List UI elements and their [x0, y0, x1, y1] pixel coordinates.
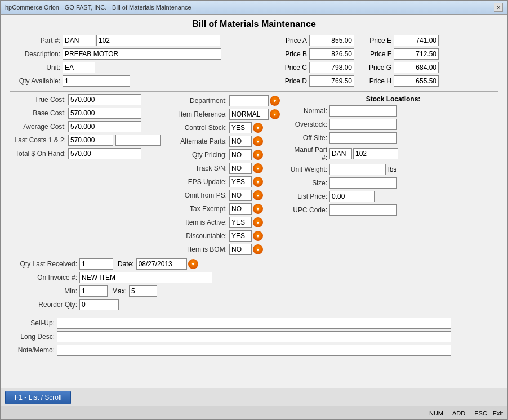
track-sn-dropdown[interactable]	[253, 163, 263, 173]
list-price-input[interactable]	[329, 191, 375, 202]
bottom-bar: F1 - List / Scroll	[1, 388, 507, 406]
alternate-parts-row: Alternate Parts:	[165, 136, 283, 147]
status-num: NUM	[429, 410, 443, 417]
price-h-row: Price H	[363, 75, 439, 87]
item-reference-input[interactable]	[229, 109, 269, 120]
average-cost-input[interactable]	[68, 121, 141, 132]
window-title: hpCommerce Orion - GO FAST, INC. - Bill …	[5, 4, 191, 11]
qty-last-received-input[interactable]	[79, 258, 113, 270]
tax-exempt-dropdown[interactable]	[253, 204, 263, 214]
price-b-input[interactable]	[309, 48, 354, 60]
base-cost-label: Base Cost:	[10, 109, 66, 117]
date-label: Date:	[118, 260, 134, 268]
track-sn-input[interactable]	[229, 163, 252, 174]
part-prefix-input[interactable]	[63, 35, 95, 46]
size-row: Size:	[288, 177, 498, 189]
item-reference-dropdown[interactable]	[270, 109, 280, 119]
true-cost-row: True Cost:	[10, 94, 161, 105]
price-c-label: Price C	[279, 64, 307, 72]
tax-exempt-input[interactable]	[229, 203, 252, 215]
qty-last-received-row: Qty Last Received: Date:	[10, 258, 269, 270]
item-reference-row: Item Reference:	[165, 109, 283, 120]
manuf-part-prefix-input[interactable]	[329, 148, 352, 159]
last-cost-2-input[interactable]	[115, 135, 161, 146]
item-active-row: Item is Active:	[165, 217, 283, 228]
on-invoice-input[interactable]	[79, 272, 212, 283]
qty-available-label: Qty Available:	[10, 77, 60, 85]
price-d-label: Price D	[279, 77, 307, 85]
stock-normal-input[interactable]	[329, 105, 397, 117]
omit-ps-input[interactable]	[229, 190, 252, 201]
stock-offsite-label: Off Site:	[288, 134, 327, 142]
item-bom-row: Item is BOM:	[165, 244, 283, 255]
omit-ps-label: Omit from PS:	[165, 191, 227, 199]
size-input[interactable]	[329, 177, 397, 189]
true-cost-input[interactable]	[68, 94, 141, 105]
department-dropdown[interactable]	[270, 96, 280, 106]
description-input[interactable]	[63, 48, 221, 60]
reorder-qty-row: Reorder Qty:	[10, 299, 269, 310]
qty-pricing-input[interactable]	[229, 149, 252, 160]
control-stock-dropdown[interactable]	[253, 123, 263, 133]
price-e-input[interactable]	[394, 35, 439, 46]
upc-code-input[interactable]	[329, 204, 397, 216]
title-bar: hpCommerce Orion - GO FAST, INC. - Bill …	[1, 1, 507, 15]
long-desc-input[interactable]	[57, 331, 451, 342]
last-costs-row: Last Costs 1 & 2:	[10, 135, 161, 146]
eps-update-input[interactable]	[229, 176, 252, 187]
item-bom-input[interactable]	[229, 244, 252, 255]
max-input[interactable]	[129, 285, 157, 297]
item-bom-dropdown[interactable]	[253, 244, 263, 254]
total-on-hand-input[interactable]	[68, 148, 141, 159]
f1-button[interactable]: F1 - List / Scroll	[5, 391, 71, 404]
part-number-input[interactable]	[96, 35, 220, 46]
unit-weight-row: Unit Weight: lbs	[288, 164, 498, 175]
part-row: Part #:	[10, 35, 274, 46]
sell-up-row: Sell-Up:	[10, 318, 498, 329]
track-sn-row: Track S/N:	[165, 163, 283, 174]
eps-update-dropdown[interactable]	[253, 177, 263, 187]
discountable-dropdown[interactable]	[253, 231, 263, 241]
alternate-parts-dropdown[interactable]	[253, 136, 263, 146]
department-input[interactable]	[229, 95, 269, 106]
price-h-input[interactable]	[394, 75, 439, 87]
base-cost-input[interactable]	[68, 108, 141, 119]
unit-weight-label: Unit Weight:	[288, 166, 327, 173]
unit-label: Unit:	[10, 64, 60, 72]
unit-input[interactable]	[63, 62, 95, 73]
status-bar: NUM ADD ESC - Exit	[1, 406, 507, 419]
date-input[interactable]	[136, 258, 187, 270]
price-b-row: Price B	[279, 48, 354, 60]
price-c-input[interactable]	[309, 62, 354, 73]
size-label: Size:	[288, 179, 327, 187]
qty-pricing-dropdown[interactable]	[253, 150, 263, 160]
price-d-input[interactable]	[309, 75, 354, 87]
sell-up-input[interactable]	[57, 318, 451, 329]
alternate-parts-input[interactable]	[229, 136, 252, 147]
price-a-input[interactable]	[309, 35, 354, 46]
min-input[interactable]	[79, 285, 108, 297]
stock-offsite-input[interactable]	[329, 132, 397, 144]
control-stock-input[interactable]	[229, 122, 252, 133]
min-max-row: Min: Max:	[10, 285, 269, 297]
item-active-dropdown[interactable]	[253, 217, 263, 227]
reorder-qty-input[interactable]	[79, 299, 119, 310]
stock-overstock-input[interactable]	[329, 119, 397, 130]
discountable-input[interactable]	[229, 230, 252, 242]
price-f-input[interactable]	[394, 48, 439, 60]
price-g-input[interactable]	[394, 62, 439, 73]
base-cost-row: Base Cost:	[10, 108, 161, 119]
note-memo-input[interactable]	[57, 345, 451, 356]
close-button[interactable]: ✕	[494, 3, 503, 12]
main-window: hpCommerce Orion - GO FAST, INC. - Bill …	[0, 0, 508, 420]
manuf-part-number-input[interactable]	[353, 148, 398, 159]
manuf-part-row: Manuf Part #:	[288, 146, 498, 162]
unit-weight-input[interactable]	[329, 164, 386, 175]
qty-available-input[interactable]	[63, 75, 130, 87]
price-b-label: Price B	[279, 50, 307, 58]
price-g-row: Price G	[363, 62, 439, 73]
omit-ps-dropdown[interactable]	[253, 190, 263, 200]
item-active-input[interactable]	[229, 217, 252, 228]
last-cost-1-input[interactable]	[68, 135, 113, 146]
date-dropdown[interactable]	[188, 259, 198, 269]
